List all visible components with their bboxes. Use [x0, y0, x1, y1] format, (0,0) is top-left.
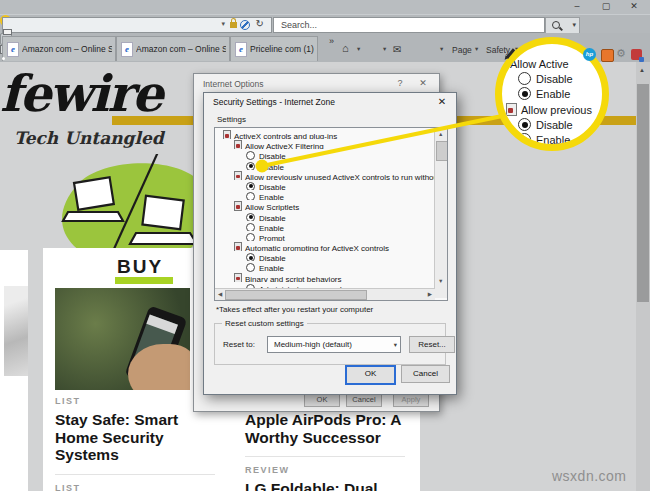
addon-orange-icon[interactable]	[601, 49, 614, 62]
tab-amazon-1[interactable]: e Amazon com – Online Sh...	[2, 36, 116, 61]
gear-icon[interactable]: ⚙	[616, 47, 626, 60]
safety-menu-button[interactable]: Safety	[486, 45, 510, 55]
tree-item-label: Enable	[259, 224, 284, 231]
address-input[interactable]: ▾ ↻	[2, 17, 272, 33]
chevron-down-icon[interactable]: ▾	[475, 45, 478, 53]
reset-level-dropdown[interactable]: Medium-high (default) ▾	[267, 336, 401, 353]
tree-item-label: ActiveX controls and plug-ins	[234, 132, 337, 139]
radio-option[interactable]: Enable	[215, 160, 435, 170]
dialog-title: Internet Options	[203, 79, 263, 89]
article-photo-phone[interactable]	[55, 288, 190, 390]
radio-selected-icon[interactable]	[246, 162, 255, 170]
lock-icon	[230, 22, 237, 28]
maximize-button[interactable]: ▢	[597, 0, 615, 13]
radio-option[interactable]: Disable	[215, 180, 435, 190]
chevron-down-icon[interactable]: ▾	[440, 45, 443, 53]
tree-item-label: Allow ActiveX Filtering	[245, 142, 324, 149]
article-title[interactable]: Apple AirPods Pro: A Worthy Successor	[245, 411, 415, 446]
home-icon[interactable]: ⌂	[342, 42, 349, 54]
chevron-down-icon[interactable]: ▾	[394, 341, 397, 349]
radio-unselected-icon[interactable]	[246, 151, 255, 159]
radio-unselected-icon[interactable]	[246, 223, 255, 231]
ok-button[interactable]: OK	[345, 365, 396, 385]
mail-icon[interactable]: ✉	[393, 44, 401, 55]
radio-unselected-icon[interactable]	[246, 192, 255, 200]
article-title[interactable]: Stay Safe: Smart Home Security Systems	[55, 411, 225, 464]
scroll-right-icon[interactable]: ▶	[428, 291, 432, 297]
divider	[55, 474, 215, 475]
chevron-down-icon[interactable]: ▾	[572, 21, 576, 29]
scrollbar-thumb[interactable]	[637, 84, 649, 302]
group-legend: Reset custom settings	[222, 319, 307, 328]
minimize-button[interactable]: –	[568, 0, 586, 13]
tree-item-label: Disable	[259, 152, 286, 159]
reset-to-label: Reset to:	[223, 340, 255, 349]
reset-custom-settings-group: Reset custom settings Reset to: Medium-h…	[214, 323, 446, 365]
page-scrollbar[interactable]: ▲	[636, 62, 650, 491]
lifewire-logo[interactable]: fewire	[0, 64, 162, 123]
tree-item[interactable]: Allow ActiveX Filtering	[215, 139, 435, 149]
cancel-button[interactable]: Cancel	[401, 365, 450, 383]
article-tag: LIST	[55, 483, 225, 491]
close-icon[interactable]: ✕	[416, 78, 430, 88]
tree-item[interactable]: ActiveX controls and plug-ins	[215, 129, 435, 139]
chevron-down-icon[interactable]: ▾	[357, 45, 360, 53]
radio-selected-icon	[518, 87, 531, 100]
list-vertical-scrollbar[interactable]: ▲ ▼	[434, 128, 447, 298]
tree-item[interactable]: Binary and script behaviors	[215, 272, 435, 282]
radio-option[interactable]: Enable	[215, 190, 435, 200]
close-button[interactable]: ✕	[625, 0, 643, 13]
close-icon[interactable]: ✕	[434, 96, 450, 107]
tree-item-label: Prompt	[259, 234, 285, 241]
reset-button[interactable]: Reset...	[409, 336, 455, 353]
article-title[interactable]: LG Foldable: Dual Screens	[245, 480, 415, 491]
scroll-up-icon[interactable]: ▲	[639, 67, 645, 73]
left-article-card[interactable]	[0, 250, 28, 491]
security-setting-icon	[234, 242, 242, 251]
tree-item-label: Disable	[259, 254, 286, 261]
tree-item[interactable]: Automatic prompting for ActiveX controls	[215, 241, 435, 251]
scrollbar-thumb[interactable]	[225, 290, 367, 300]
tab-amazon-2[interactable]: e Amazon com – Online Sh...	[116, 36, 230, 61]
tree-item-label: Disable	[259, 214, 286, 221]
chevron-down-icon[interactable]: ▾	[383, 45, 386, 53]
security-setting-icon	[234, 201, 242, 210]
blocked-content-icon[interactable]	[240, 20, 250, 30]
tab-overflow-chevron[interactable]: »	[329, 36, 334, 46]
ie-page-icon: e	[235, 42, 247, 57]
tab-label: Amazon com – Online Sh...	[22, 44, 112, 54]
refresh-icon[interactable]: ↻	[256, 18, 264, 29]
scroll-down-icon[interactable]: ▼	[438, 278, 443, 284]
radio-option[interactable]: Disable	[215, 211, 435, 221]
callout-label: Enable	[536, 134, 570, 146]
radio-unselected-icon[interactable]	[246, 263, 255, 271]
tab-priceline[interactable]: e Priceline com (1)	[230, 36, 318, 61]
radio-option[interactable]: Prompt	[215, 231, 435, 241]
radio-option[interactable]: Enable	[215, 261, 435, 271]
hp-logo-icon[interactable]: hp	[583, 48, 596, 61]
dropdown-value: Medium-high (default)	[274, 340, 352, 349]
tree-item-label: Binary and script behaviors	[245, 275, 342, 282]
tab-label: Priceline com (1)	[250, 44, 314, 54]
tree-item[interactable]: Allow previously unused ActiveX controls…	[215, 170, 435, 180]
list-horizontal-scrollbar[interactable]: ◀ ▶	[215, 288, 435, 300]
page-menu-button[interactable]: Page	[452, 45, 472, 55]
scroll-left-icon[interactable]: ◀	[218, 291, 222, 297]
tree-item[interactable]: Allow Scriptlets	[215, 200, 435, 210]
addon-badge-icon[interactable]	[631, 49, 642, 60]
scrollbar-thumb[interactable]	[436, 141, 448, 161]
radio-selected-icon[interactable]	[246, 213, 255, 221]
settings-listbox[interactable]: ActiveX controls and plug-insAllow Activ…	[214, 127, 448, 301]
radio-unselected-icon[interactable]	[246, 233, 255, 241]
radio-option[interactable]: Enable	[215, 221, 435, 231]
radio-selected-icon[interactable]	[246, 253, 255, 261]
search-input[interactable]: Search...	[273, 17, 545, 33]
help-button[interactable]: ?	[394, 78, 406, 88]
search-icon	[552, 21, 560, 29]
chevron-down-icon[interactable]: ▾	[221, 20, 225, 28]
radio-selected-icon[interactable]	[246, 182, 255, 190]
scroll-up-icon[interactable]: ▲	[438, 131, 443, 137]
tree-item-label: Disable	[259, 183, 286, 190]
radio-option[interactable]: Disable	[215, 149, 435, 159]
radio-option[interactable]: Disable	[215, 251, 435, 261]
